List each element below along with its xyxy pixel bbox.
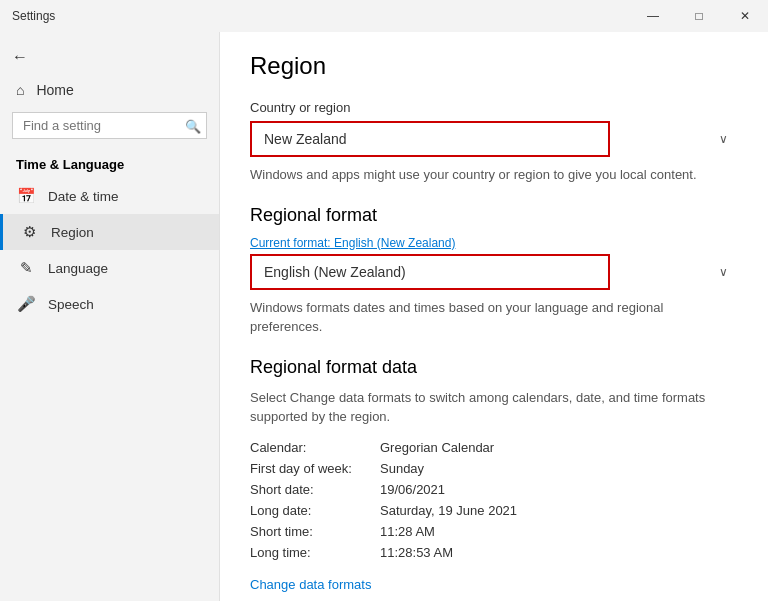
- language-icon: ✎: [16, 259, 36, 277]
- back-button[interactable]: ←: [0, 40, 219, 74]
- date-time-icon: 📅: [16, 187, 36, 205]
- titlebar-title: Settings: [12, 9, 55, 23]
- format-row-calendar: Calendar: Gregorian Calendar: [250, 437, 738, 458]
- sidebar-item-home[interactable]: ⌂ Home: [0, 74, 219, 106]
- format-val-first-day: Sunday: [380, 461, 424, 476]
- format-val-long-date: Saturday, 19 June 2021: [380, 503, 517, 518]
- sidebar-item-language[interactable]: ✎ Language: [0, 250, 219, 286]
- page-title: Region: [250, 52, 738, 80]
- home-icon: ⌂: [16, 82, 24, 98]
- regional-format-dropdown[interactable]: English (New Zealand): [250, 254, 610, 290]
- format-val-short-time: 11:28 AM: [380, 524, 435, 539]
- format-val-long-time: 11:28:53 AM: [380, 545, 453, 560]
- search-input[interactable]: [12, 112, 207, 139]
- format-val-short-date: 19/06/2021: [380, 482, 445, 497]
- format-key-calendar: Calendar:: [250, 440, 380, 455]
- format-val-calendar: Gregorian Calendar: [380, 440, 494, 455]
- country-dropdown-arrow: ∨: [719, 132, 728, 146]
- speech-label: Speech: [48, 297, 94, 312]
- sidebar-section-title: Time & Language: [0, 145, 219, 178]
- format-row-short-date: Short date: 19/06/2021: [250, 479, 738, 500]
- sidebar: ← ⌂ Home 🔍 Time & Language 📅 Date & time…: [0, 32, 220, 601]
- format-row-short-time: Short time: 11:28 AM: [250, 521, 738, 542]
- country-dropdown-wrapper: New Zealand ∨: [250, 121, 738, 157]
- format-data-title: Regional format data: [250, 357, 738, 378]
- date-time-label: Date & time: [48, 189, 119, 204]
- format-key-long-time: Long time:: [250, 545, 380, 560]
- main-content: Region Country or region New Zealand ∨ W…: [220, 32, 768, 601]
- format-row-long-date: Long date: Saturday, 19 June 2021: [250, 500, 738, 521]
- search-icon: 🔍: [185, 118, 201, 133]
- app-container: ← ⌂ Home 🔍 Time & Language 📅 Date & time…: [0, 32, 768, 601]
- country-label: Country or region: [250, 100, 738, 115]
- format-data-description: Select Change data formats to switch amo…: [250, 388, 738, 427]
- regional-format-description: Windows formats dates and times based on…: [250, 298, 738, 337]
- format-row-long-time: Long time: 11:28:53 AM: [250, 542, 738, 563]
- country-description: Windows and apps might use your country …: [250, 165, 738, 185]
- region-label: Region: [51, 225, 94, 240]
- country-dropdown[interactable]: New Zealand: [250, 121, 610, 157]
- titlebar-controls: — □ ✕: [630, 0, 768, 32]
- format-key-short-date: Short date:: [250, 482, 380, 497]
- home-label: Home: [36, 82, 73, 98]
- format-key-long-date: Long date:: [250, 503, 380, 518]
- speech-icon: 🎤: [16, 295, 36, 313]
- minimize-button[interactable]: —: [630, 0, 676, 32]
- format-key-first-day: First day of week:: [250, 461, 380, 476]
- maximize-button[interactable]: □: [676, 0, 722, 32]
- sidebar-item-region[interactable]: ⚙ Region: [0, 214, 219, 250]
- back-icon: ←: [12, 48, 28, 66]
- region-icon: ⚙: [19, 223, 39, 241]
- language-label: Language: [48, 261, 108, 276]
- titlebar: Settings — □ ✕: [0, 0, 768, 32]
- format-row-first-day: First day of week: Sunday: [250, 458, 738, 479]
- sidebar-item-speech[interactable]: 🎤 Speech: [0, 286, 219, 322]
- format-key-short-time: Short time:: [250, 524, 380, 539]
- change-data-formats-link[interactable]: Change data formats: [250, 577, 371, 592]
- sidebar-item-date-time[interactable]: 📅 Date & time: [0, 178, 219, 214]
- regional-format-dropdown-arrow: ∨: [719, 265, 728, 279]
- current-format-label[interactable]: Current format: English (New Zealand): [250, 236, 738, 250]
- regional-format-title: Regional format: [250, 205, 738, 226]
- format-data-table: Calendar: Gregorian Calendar First day o…: [250, 437, 738, 563]
- regional-format-dropdown-wrapper: English (New Zealand) ∨: [250, 254, 738, 290]
- close-button[interactable]: ✕: [722, 0, 768, 32]
- search-container: 🔍: [12, 112, 207, 139]
